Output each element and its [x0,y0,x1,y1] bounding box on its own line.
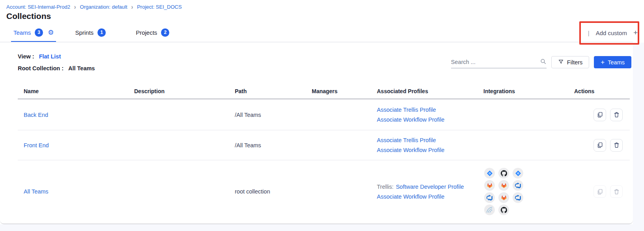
managers-cell [312,160,377,223]
breadcrumb-project[interactable]: Project: SEI_DOCS [137,4,182,10]
collections-table: Name Description Path Managers Associate… [18,84,630,223]
delete-button[interactable] [610,109,623,121]
actions-cell [574,130,630,160]
managers-cell [312,100,377,130]
tab-sprints-count-badge: 1 [97,28,106,37]
plus-icon: + [601,59,605,66]
view-label: View : [18,53,34,60]
filters-label: Filters [567,59,582,66]
associate-trellis-profile-link[interactable]: Associate Trellis Profile [377,137,436,143]
associated-profiles-cell: Associate Trellis Profile Associate Work… [377,130,483,160]
azure-devops-icon [484,192,495,203]
tab-teams-label: Teams [13,29,31,36]
integrations-cell [483,100,574,130]
associate-trellis-profile-link[interactable]: Associate Trellis Profile [377,107,436,113]
table-row: Back End /All Teams Associate Trellis Pr… [18,100,630,130]
gitlab-icon [498,192,509,203]
gitlab-icon [498,180,509,191]
tab-projects[interactable]: Projects 2 [133,24,172,42]
funnel-icon [558,59,564,66]
page-title: Collections [6,11,51,21]
collection-name-link[interactable]: All Teams [24,188,49,195]
right-background-strip [633,43,644,231]
collection-name-link[interactable]: Front End [24,142,49,148]
sonarqube-icon [484,205,495,215]
collections-page: Account: SEI-Internal-Prod2 › Organizati… [0,0,644,231]
col-header-associated-profiles: Associated Profiles [377,88,483,94]
col-header-name: Name [24,88,134,94]
chevron-right-icon: › [131,3,133,10]
chevron-right-icon: › [74,3,76,10]
view-flat-list-link[interactable]: Flat List [39,53,61,60]
integrations-icon-grid [483,168,523,215]
tab-sprints[interactable]: Sprints 1 [73,24,108,42]
tab-teams-count-badge: 3 [35,28,43,37]
table-header-row: Name Description Path Managers Associate… [18,84,630,100]
tab-projects-label: Projects [136,29,157,36]
col-header-actions: Actions [574,88,630,94]
vertical-divider: | [588,30,590,36]
azure-devops-icon [513,180,523,191]
associate-workflow-profile-link[interactable]: Associate Workflow Profile [377,193,444,200]
col-header-description: Description [134,88,235,94]
add-teams-label: Teams [608,59,625,66]
delete-button [610,185,623,198]
tab-bar: Teams 3 ⚙ Sprints 1 Projects 2 | Add cus… [0,24,644,42]
collections-card: View : Flat List Root Collection : All T… [0,42,633,224]
jira-icon [484,168,495,178]
trellis-prefix: Trellis: [377,184,393,190]
description-cell [134,100,235,130]
delete-button[interactable] [610,139,623,152]
github-icon [498,168,509,178]
jira-icon [513,168,523,178]
table-row: Front End /All Teams Associate Trellis P… [18,130,630,160]
breadcrumb-organization[interactable]: Organization: default [80,4,127,10]
integrations-cell [483,130,574,160]
search-input[interactable] [451,59,540,65]
breadcrumb-account[interactable]: Account: SEI-Internal-Prod2 [6,4,70,10]
search-box [451,56,547,68]
copy-button [593,185,606,198]
github-icon [498,205,509,215]
root-collection-value: All Teams [68,65,95,71]
table-controls: Filters + Teams [451,56,631,68]
root-collection-label: Root Collection : [18,65,64,71]
tab-sprints-label: Sprints [75,29,94,36]
managers-cell [312,130,377,160]
associated-profiles-cell: Trellis: Software Developer Profile Asso… [377,160,483,223]
search-icon [540,58,547,66]
table-row: All Teams root collection Trellis: Softw… [18,160,630,223]
copy-button[interactable] [593,139,606,152]
gear-icon[interactable]: ⚙ [48,29,54,36]
path-cell: /All Teams [235,130,312,160]
integrations-cell [483,160,574,223]
filters-button[interactable]: Filters [551,56,589,68]
breadcrumb: Account: SEI-Internal-Prod2 › Organizati… [6,4,182,10]
col-header-integrations: Integrations [483,88,574,94]
azure-devops-icon [513,192,523,203]
collection-name-link[interactable]: Back End [24,112,48,118]
path-cell: /All Teams [235,100,312,130]
associated-profiles-cell: Associate Trellis Profile Associate Work… [377,100,483,130]
plus-icon: + [633,28,638,37]
associate-workflow-profile-link[interactable]: Associate Workflow Profile [377,147,444,153]
associate-workflow-profile-link[interactable]: Associate Workflow Profile [377,116,444,123]
trellis-profile-link[interactable]: Software Developer Profile [396,184,464,190]
add-custom-button[interactable]: | Add custom + [588,24,638,42]
tab-projects-count-badge: 2 [161,28,169,37]
description-cell [134,160,235,223]
gitlab-icon [484,180,495,191]
add-custom-label: Add custom [596,30,627,36]
col-header-path: Path [235,88,312,94]
col-header-managers: Managers [312,88,377,94]
add-teams-button[interactable]: + Teams [594,56,631,68]
copy-button[interactable] [593,109,606,121]
tab-teams[interactable]: Teams 3 ⚙ [11,24,56,42]
bottom-background-strip [0,224,633,231]
description-cell [134,130,235,160]
actions-cell [574,100,630,130]
path-cell: root collection [235,160,312,223]
actions-cell [574,160,630,223]
